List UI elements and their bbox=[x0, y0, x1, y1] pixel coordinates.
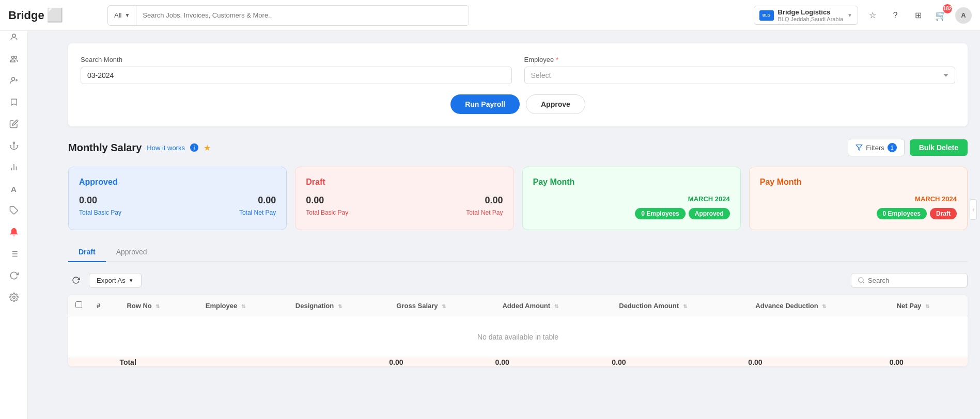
company-selector[interactable]: BLG Bridge Logistics BLQ Jeddah,Saudi Ar… bbox=[754, 6, 859, 25]
company-name: Bridge Logistics bbox=[778, 8, 844, 16]
pay-month-draft-title: Pay Month bbox=[760, 178, 957, 187]
svg-point-20 bbox=[859, 278, 863, 282]
select-all-checkbox[interactable] bbox=[75, 301, 82, 308]
svg-marker-19 bbox=[857, 145, 863, 151]
draft-basic-pay: 0.00 bbox=[306, 195, 324, 206]
search-type-selector[interactable]: All ▼ bbox=[108, 6, 136, 25]
main-content: Search Month Employee * Select Run Payro… bbox=[56, 31, 980, 419]
col-designation[interactable]: Designation ⇅ bbox=[288, 295, 390, 316]
approve-button[interactable]: Approve bbox=[526, 94, 585, 114]
col-advance-deduction[interactable]: Advance Deduction ⇅ bbox=[748, 295, 889, 316]
employee-select[interactable]: Select bbox=[524, 67, 956, 84]
month-input[interactable] bbox=[81, 67, 512, 84]
sort-icon: ⇅ bbox=[554, 303, 558, 309]
collapse-handle[interactable]: ‹ bbox=[970, 199, 977, 220]
sidebar-icon-users[interactable] bbox=[5, 50, 23, 68]
col-added-amount[interactable]: Added Amount ⇅ bbox=[495, 295, 612, 316]
required-marker: * bbox=[556, 56, 558, 63]
sidebar-icon-anchor[interactable] bbox=[5, 136, 23, 155]
sidebar-icon-font[interactable]: A bbox=[5, 180, 23, 198]
approved-net-label: Total Net Pay bbox=[239, 209, 276, 216]
how-it-works-link[interactable]: How it works bbox=[147, 144, 185, 152]
filter-badge: 1 bbox=[888, 143, 897, 152]
export-as-button[interactable]: Export As ▼ bbox=[89, 273, 142, 288]
sidebar-icon-list[interactable] bbox=[5, 245, 23, 263]
checkbox-col-header bbox=[68, 295, 89, 316]
table-search-input[interactable] bbox=[868, 277, 961, 284]
svg-point-3 bbox=[11, 77, 14, 80]
sidebar-icon-edit[interactable] bbox=[5, 115, 23, 133]
table-toolbar: Export As ▼ bbox=[68, 272, 968, 288]
svg-point-18 bbox=[12, 296, 15, 299]
approved-labels: Total Basic Pay Total Net Pay bbox=[79, 209, 276, 216]
sidebar: ⊞ A bbox=[0, 0, 28, 419]
company-location: BLQ Jeddah,Saudi Arabia bbox=[778, 16, 844, 22]
draft-card: Draft 0.00 0.00 Total Basic Pay Total Ne… bbox=[295, 167, 514, 230]
employees-tag: 0 Employees bbox=[635, 208, 685, 219]
tab-approved[interactable]: Approved bbox=[106, 243, 158, 262]
col-employee[interactable]: Employee ⇅ bbox=[198, 295, 288, 316]
user-avatar[interactable]: A bbox=[955, 7, 972, 24]
chevron-down-icon: ▼ bbox=[129, 278, 134, 283]
sidebar-icon-notification[interactable] bbox=[5, 223, 23, 241]
summary-cards: Approved 0.00 0.00 Total Basic Pay Total… bbox=[68, 167, 968, 230]
payroll-search-card: Search Month Employee * Select Run Payro… bbox=[68, 43, 968, 126]
global-search-input[interactable] bbox=[136, 6, 469, 25]
total-added: 0.00 bbox=[495, 358, 612, 367]
col-row-no[interactable]: Row No ⇅ bbox=[119, 295, 198, 316]
salary-table: # Row No ⇅ Employee ⇅ Designation ⇅ Gros… bbox=[68, 295, 968, 366]
salary-data-table: # Row No ⇅ Employee ⇅ Designation ⇅ Gros… bbox=[68, 295, 968, 366]
search-type-label: All bbox=[114, 11, 121, 19]
draft-net-pay: 0.00 bbox=[485, 195, 503, 206]
filters-button[interactable]: Filters 1 bbox=[848, 139, 904, 156]
pay-month-approved-tags: 0 Employees Approved bbox=[533, 208, 730, 219]
run-payroll-button[interactable]: Run Payroll bbox=[450, 94, 520, 114]
col-gross-salary[interactable]: Gross Salary ⇅ bbox=[389, 295, 495, 316]
svg-point-6 bbox=[13, 142, 14, 143]
tab-draft[interactable]: Draft bbox=[68, 243, 106, 262]
cart-badge: 182 bbox=[943, 4, 952, 13]
sort-icon: ⇅ bbox=[338, 303, 342, 309]
sidebar-icon-tag[interactable] bbox=[5, 201, 23, 220]
col-net-pay[interactable]: Net Pay ⇅ bbox=[890, 295, 968, 316]
table-body: No data available in table bbox=[68, 316, 968, 358]
help-button[interactable]: ? bbox=[887, 7, 904, 24]
info-icon[interactable]: i bbox=[190, 143, 198, 152]
sort-icon: ⇅ bbox=[442, 303, 446, 309]
refresh-button[interactable] bbox=[68, 272, 84, 288]
employee-label: Employee * bbox=[524, 56, 956, 63]
star-icon[interactable]: ★ bbox=[204, 143, 211, 153]
sort-icon: ⇅ bbox=[925, 303, 929, 309]
pay-month-draft-card: Pay Month MARCH 2024 0 Employees Draft bbox=[749, 167, 968, 230]
table-search-box[interactable] bbox=[851, 273, 968, 288]
draft-basic-label: Total Basic Pay bbox=[306, 209, 348, 216]
sidebar-icon-bookmark[interactable] bbox=[5, 93, 23, 111]
total-row: Total 0.00 0.00 0.00 0.00 0.00 bbox=[68, 358, 968, 367]
global-search-bar: All ▼ bbox=[107, 5, 469, 26]
draft-amounts: 0.00 0.00 bbox=[306, 195, 503, 206]
total-deduction: 0.00 bbox=[612, 358, 748, 367]
sidebar-icon-user-plus[interactable] bbox=[5, 71, 23, 90]
company-logo: BLG bbox=[759, 10, 774, 21]
pay-month-draft-month: MARCH 2024 bbox=[760, 195, 957, 203]
export-label: Export As bbox=[97, 277, 126, 284]
filters-label: Filters bbox=[866, 144, 884, 152]
monthly-salary-header: Monthly Salary How it works i ★ Filters … bbox=[68, 139, 968, 156]
sidebar-icon-settings[interactable] bbox=[5, 288, 23, 307]
app-logo: Bridge ⬜ bbox=[8, 7, 101, 23]
pay-month-approved-month: MARCH 2024 bbox=[533, 195, 730, 203]
col-deduction-amount[interactable]: Deduction Amount ⇅ bbox=[612, 295, 748, 316]
favorites-button[interactable]: ☆ bbox=[864, 7, 881, 24]
approved-card-title: Approved bbox=[79, 178, 276, 187]
svg-point-2 bbox=[14, 56, 17, 59]
pay-month-approved-title: Pay Month bbox=[533, 178, 730, 187]
cart-button[interactable]: 🛒 182 bbox=[932, 7, 949, 24]
svg-point-1 bbox=[11, 56, 14, 59]
sidebar-icon-refresh[interactable] bbox=[5, 266, 23, 285]
employee-form-group: Employee * Select bbox=[524, 56, 956, 84]
bulk-delete-button[interactable]: Bulk Delete bbox=[910, 139, 968, 156]
approved-basic-pay: 0.00 bbox=[79, 195, 97, 206]
grid-apps-button[interactable]: ⊞ bbox=[910, 7, 926, 24]
draft-net-label: Total Net Pay bbox=[466, 209, 503, 216]
sidebar-icon-chart[interactable] bbox=[5, 158, 23, 176]
